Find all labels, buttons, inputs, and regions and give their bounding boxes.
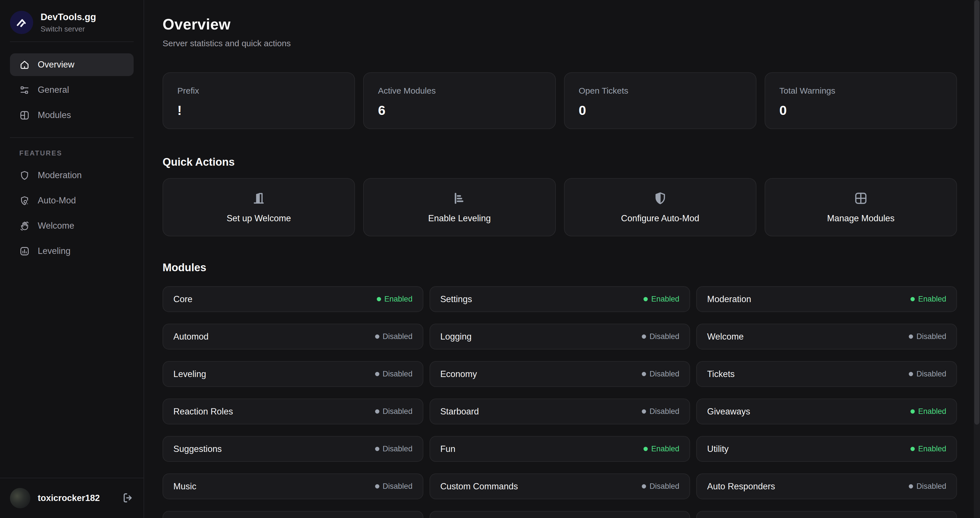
- sidebar-item-label: Overview: [38, 60, 74, 70]
- module-card-tickets[interactable]: TicketsDisabled: [696, 361, 957, 387]
- status-badge: Disabled: [642, 482, 679, 491]
- status-dot-icon: [642, 372, 646, 376]
- action-set-up-welcome[interactable]: Set up Welcome: [162, 178, 355, 236]
- module-name: Automod: [173, 332, 208, 342]
- user-avatar[interactable]: [10, 488, 30, 508]
- sidebar-item-general[interactable]: General: [10, 79, 134, 101]
- sidebar-item-label: Auto-Mod: [38, 195, 76, 206]
- sidebar-item-label: General: [38, 85, 69, 95]
- user-footer: toxicrocker182: [0, 478, 143, 518]
- sidebar-item-leveling[interactable]: Leveling: [10, 240, 134, 262]
- module-name: Giveaways: [707, 407, 750, 417]
- status-dot-icon: [375, 334, 379, 339]
- module-card-economy[interactable]: EconomyDisabled: [430, 361, 690, 387]
- quick-actions-grid: Set up WelcomeEnable LevelingConfigure A…: [162, 178, 957, 236]
- module-card-partial[interactable]: [430, 511, 690, 518]
- status-label: Enabled: [651, 295, 679, 303]
- stat-value: !: [177, 102, 340, 118]
- action-manage-modules[interactable]: Manage Modules: [765, 178, 957, 236]
- shield-half-icon: [653, 191, 667, 205]
- sidebar-item-overview[interactable]: Overview: [10, 53, 134, 76]
- status-badge: Disabled: [909, 482, 946, 491]
- module-card-starboard[interactable]: StarboardDisabled: [430, 399, 690, 424]
- status-dot-icon: [910, 409, 915, 414]
- status-label: Disabled: [916, 370, 946, 378]
- status-badge: Enabled: [643, 295, 679, 303]
- status-dot-icon: [642, 484, 646, 488]
- module-name: Economy: [440, 369, 477, 379]
- status-badge: Disabled: [375, 407, 412, 416]
- module-card-core[interactable]: CoreEnabled: [162, 286, 423, 312]
- page-subtitle: Server statistics and quick actions: [162, 38, 957, 48]
- module-card-utility[interactable]: UtilityEnabled: [696, 436, 957, 462]
- status-badge: Disabled: [642, 370, 679, 378]
- sidebar-item-auto-mod[interactable]: Auto-Mod: [10, 189, 134, 212]
- module-card-logging[interactable]: LoggingDisabled: [430, 324, 690, 350]
- action-enable-leveling[interactable]: Enable Leveling: [363, 178, 555, 236]
- sidebar-item-label: Modules: [38, 110, 71, 120]
- module-card-leveling[interactable]: LevelingDisabled: [162, 361, 423, 387]
- status-label: Disabled: [649, 407, 679, 416]
- module-card-welcome[interactable]: WelcomeDisabled: [696, 324, 957, 350]
- module-name: Settings: [440, 294, 472, 304]
- stat-card-open-tickets: Open Tickets0: [564, 72, 756, 129]
- status-label: Disabled: [916, 332, 946, 341]
- page-scrollbar[interactable]: [974, 0, 980, 518]
- server-logo-icon: [10, 11, 33, 34]
- logout-icon: [122, 492, 134, 505]
- stat-label: Total Warnings: [780, 86, 942, 95]
- module-name: Starboard: [440, 407, 479, 417]
- module-card-suggestions[interactable]: SuggestionsDisabled: [162, 436, 423, 462]
- hand-wave-icon: [19, 221, 30, 231]
- sidebar-item-label: Leveling: [38, 246, 70, 256]
- module-card-partial[interactable]: [696, 511, 957, 518]
- module-card-giveaways[interactable]: GiveawaysEnabled: [696, 399, 957, 424]
- status-dot-icon: [909, 334, 913, 339]
- server-switcher[interactable]: DevTools.gg Switch server: [10, 0, 134, 34]
- module-name: Fun: [440, 444, 455, 454]
- status-label: Enabled: [918, 407, 946, 416]
- stat-label: Active Modules: [378, 86, 541, 95]
- sidebar-item-moderation[interactable]: Moderation: [10, 164, 134, 187]
- module-name: Leveling: [173, 369, 206, 379]
- module-card-settings[interactable]: SettingsEnabled: [430, 286, 690, 312]
- module-name: Custom Commands: [440, 481, 518, 492]
- page-title: Overview: [162, 16, 957, 33]
- scrollbar-thumb[interactable]: [974, 0, 980, 425]
- sidebar-item-label: Welcome: [38, 221, 74, 231]
- stat-card-prefix: Prefix!: [162, 72, 355, 129]
- status-badge: Disabled: [909, 370, 946, 378]
- module-card-reaction-roles[interactable]: Reaction RolesDisabled: [162, 399, 423, 424]
- chart-square-icon: [19, 246, 30, 256]
- module-name: Music: [173, 481, 196, 492]
- module-card-music[interactable]: MusicDisabled: [162, 474, 423, 499]
- stat-label: Prefix: [177, 86, 340, 95]
- module-name: Core: [173, 294, 192, 304]
- module-name: Auto Responders: [707, 481, 775, 492]
- action-configure-auto-mod[interactable]: Configure Auto-Mod: [564, 178, 756, 236]
- logout-button[interactable]: [122, 492, 134, 505]
- module-card-partial[interactable]: [162, 511, 423, 518]
- sidebar-item-welcome[interactable]: Welcome: [10, 215, 134, 237]
- module-card-automod[interactable]: AutomodDisabled: [162, 324, 423, 350]
- status-label: Disabled: [649, 482, 679, 491]
- module-card-fun[interactable]: FunEnabled: [430, 436, 690, 462]
- main-content: Overview Server statistics and quick act…: [144, 0, 980, 518]
- module-card-moderation[interactable]: ModerationEnabled: [696, 286, 957, 312]
- action-label: Set up Welcome: [227, 213, 291, 224]
- module-name: Logging: [440, 332, 472, 342]
- modules-title: Modules: [162, 262, 957, 274]
- status-badge: Disabled: [375, 445, 412, 453]
- sidebar: DevTools.gg Switch server OverviewGenera…: [0, 0, 144, 518]
- sidebar-item-modules[interactable]: Modules: [10, 104, 134, 127]
- stat-card-active-modules: Active Modules6: [363, 72, 555, 129]
- status-dot-icon: [910, 297, 915, 301]
- module-card-auto-responders[interactable]: Auto RespondersDisabled: [696, 474, 957, 499]
- status-badge: Disabled: [375, 332, 412, 341]
- status-label: Enabled: [651, 445, 679, 453]
- action-label: Configure Auto-Mod: [621, 213, 699, 224]
- module-card-custom-commands[interactable]: Custom CommandsDisabled: [430, 474, 690, 499]
- server-name: DevTools.gg: [41, 12, 96, 22]
- quick-actions-title: Quick Actions: [162, 156, 957, 168]
- status-dot-icon: [909, 372, 913, 376]
